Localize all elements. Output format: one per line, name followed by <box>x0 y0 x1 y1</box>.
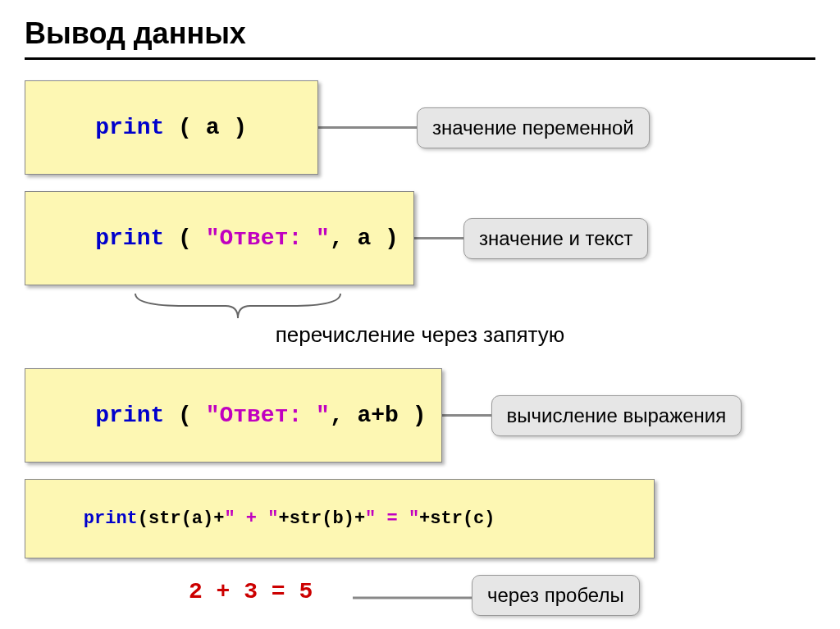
keyword: print <box>95 403 164 428</box>
code-text: +str(c) <box>419 508 495 529</box>
code-box-4: print(str(a)+" + "+str(b)+" = "+str(c) <box>25 479 655 558</box>
row-3: print ( "Ответ: ", a+b ) вычисление выра… <box>25 368 815 463</box>
keyword: print <box>95 226 164 251</box>
callout-1: значение переменной <box>417 107 650 148</box>
caption-1: перечисление через запятую <box>25 322 815 348</box>
connector <box>318 126 417 129</box>
code-box-1: print ( a ) <box>25 80 318 175</box>
connector <box>442 414 491 417</box>
brace-icon <box>131 289 345 322</box>
code-box-2: print ( "Ответ: ", a ) <box>25 191 414 285</box>
row-2: print ( "Ответ: ", a ) значение и текст <box>25 191 815 285</box>
page-title: Вывод данных <box>25 16 815 51</box>
code-text: ( <box>164 403 205 428</box>
string-literal: " = " <box>365 508 419 529</box>
code-text: +str(b)+ <box>278 508 365 529</box>
string-literal: "Ответ: " <box>206 226 330 251</box>
code-text: (str(a)+ <box>138 508 225 529</box>
row-4: print(str(a)+" + "+str(b)+" = "+str(c) <box>25 479 815 558</box>
string-literal: "Ответ: " <box>206 403 330 428</box>
code-text: , a+b ) <box>330 403 427 428</box>
keyword: print <box>95 115 164 140</box>
connector <box>414 237 463 239</box>
callout-4: через пробелы <box>472 575 640 616</box>
code-text: ( <box>164 226 205 251</box>
callout-2: значение и текст <box>463 218 649 259</box>
row-1: print ( a ) значение переменной <box>25 80 815 175</box>
string-literal: " + " <box>224 508 278 529</box>
keyword: print <box>84 508 138 529</box>
code-text: ( a ) <box>164 115 247 140</box>
calc-result-1: 2 + 3 = 5 <box>189 579 313 604</box>
connector-line <box>353 595 476 612</box>
code-text: , a ) <box>330 226 399 251</box>
title-underline <box>25 57 815 60</box>
code-box-3: print ( "Ответ: ", a+b ) <box>25 368 442 463</box>
callout-3: вычисление выражения <box>491 395 742 436</box>
